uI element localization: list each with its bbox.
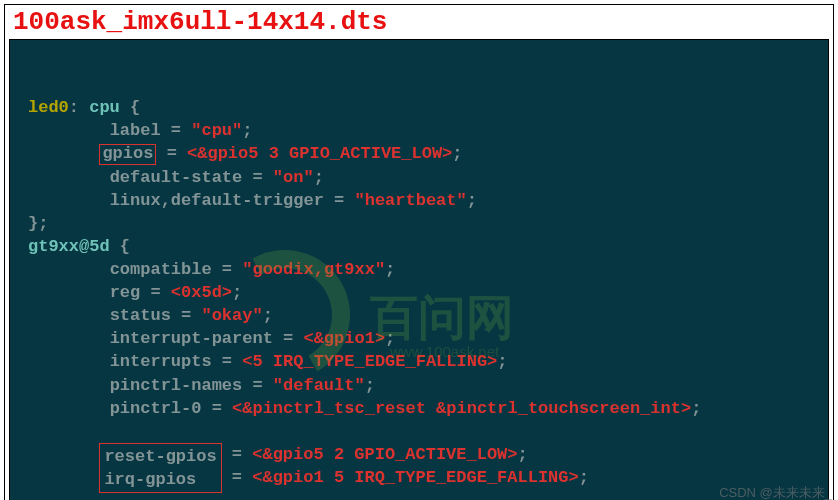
property: label [110,121,161,140]
value: <&gpio1 5 IRQ_TYPE_EDGE_FALLING> [252,468,578,487]
property: default-state [110,168,243,187]
value: "goodix,gt9xx" [242,260,385,279]
node-name: gt9xx@5d [28,237,110,256]
node-name: cpu [89,98,120,117]
property: status [110,306,171,325]
property: pinctrl-0 [110,399,202,418]
highlight-gpios: gpios [99,144,156,165]
value: "heartbeat" [354,191,466,210]
filename-title: 100ask_imx6ull-14x14.dts [5,5,833,39]
csdn-watermark: CSDN @未来未来_ [719,484,832,500]
highlight-gpios-pair: reset-gpios irq-gpios [99,443,221,493]
property: interrupts [110,352,212,371]
value: "okay" [201,306,262,325]
value: <&gpio1> [303,329,385,348]
value: "default" [273,376,365,395]
value: <&gpio5 3 GPIO_ACTIVE_LOW> [187,144,452,163]
value: <&gpio5 2 GPIO_ACTIVE_LOW> [252,445,517,464]
value: <&pinctrl_tsc_reset &pinctrl_touchscreen… [232,399,691,418]
value: <0x5d> [171,283,232,302]
property: interrupt-parent [110,329,273,348]
property: compatible [110,260,212,279]
value: "on" [273,168,314,187]
code-block: 百问网 www.100ask.net led0: cpu { label = "… [9,39,829,500]
value: <5 IRQ_TYPE_EDGE_FALLING> [242,352,497,371]
property: pinctrl-names [110,376,243,395]
code-figure: 100ask_imx6ull-14x14.dts 百问网 www.100ask.… [4,4,834,500]
property: reg [110,283,141,302]
value: "cpu" [191,121,242,140]
node-label: led0 [28,98,69,117]
property: linux,default-trigger [110,191,324,210]
